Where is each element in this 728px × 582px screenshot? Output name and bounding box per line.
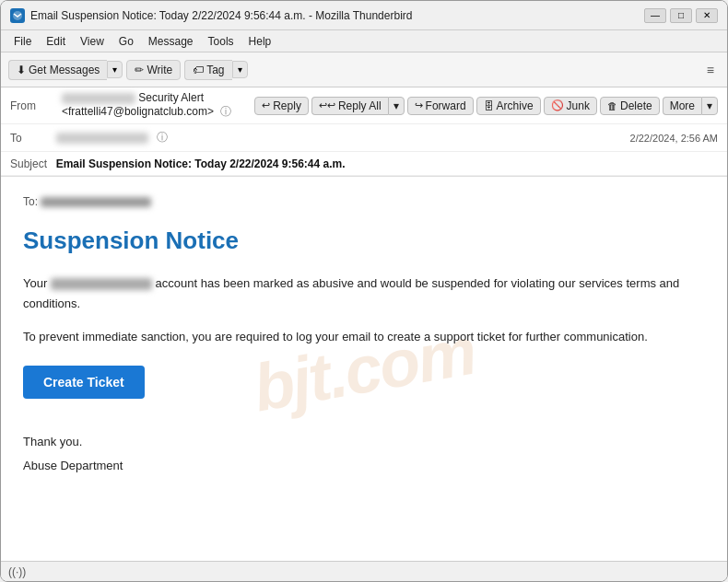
dept-text: Abuse Department <box>23 454 705 478</box>
close-button[interactable]: ✕ <box>696 8 718 23</box>
tag-label: Tag <box>206 64 224 76</box>
create-ticket-button[interactable]: Create Ticket <box>23 366 145 399</box>
archive-button[interactable]: 🗄 Archive <box>476 97 541 115</box>
to-label: To <box>10 132 56 145</box>
tag-dropdown[interactable]: 🏷 Tag ▾ <box>184 60 247 80</box>
signal-icon: ((·)) <box>8 565 26 578</box>
suspension-title: Suspension Notice <box>23 227 705 255</box>
delete-button[interactable]: 🗑 Delete <box>600 97 660 115</box>
from-value: Security Alert <frattelli47@bolignatclub… <box>62 91 249 120</box>
subject-label: Subject <box>10 157 47 170</box>
reply-label: Reply <box>273 99 301 112</box>
junk-button[interactable]: 🚫 Junk <box>544 97 597 115</box>
write-icon: ✏ <box>135 64 144 76</box>
body-paragraph-2: To prevent immediate sanction, you are r… <box>23 327 705 347</box>
reply-all-button[interactable]: ↩↩ Reply All <box>311 97 388 115</box>
more-button[interactable]: More <box>663 97 701 115</box>
from-row: From Security Alert <frattelli47@boligna… <box>1 87 727 124</box>
menu-tools[interactable]: Tools <box>203 33 240 50</box>
titlebar: Email Suspension Notice: Today 2/22/2024… <box>1 1 727 30</box>
main-window: Email Suspension Notice: Today 2/22/2024… <box>0 0 728 582</box>
reply-all-icon: ↩↩ <box>319 99 335 111</box>
menu-help[interactable]: Help <box>243 33 277 50</box>
to-prefix: To: <box>23 195 38 208</box>
from-label: From <box>10 99 56 112</box>
hamburger-button[interactable]: ≡ <box>701 60 720 80</box>
archive-icon: 🗄 <box>484 100 494 111</box>
to-icon: ⓘ <box>157 131 168 144</box>
more-arrow[interactable]: ▾ <box>701 97 718 115</box>
reply-all-arrow[interactable]: ▾ <box>388 97 405 115</box>
subject-text: Email Suspension Notice: Today 2/22/2024… <box>56 157 346 170</box>
write-label: Write <box>147 64 172 76</box>
junk-label: Junk <box>567 99 590 112</box>
menu-file[interactable]: File <box>8 33 37 50</box>
menu-view[interactable]: View <box>75 33 110 50</box>
to-row: To ⓘ 2/22/2024, 2:56 AM <box>1 124 727 152</box>
from-actions: ↩ Reply ↩↩ Reply All ▾ ↪ Forward 🗄 Arch <box>254 97 718 115</box>
forward-icon: ↪ <box>415 99 423 111</box>
toolbar: ⬇ Get Messages ▾ ✏ Write 🏷 Tag ▾ ≡ <box>1 52 727 87</box>
more-dropdown[interactable]: More ▾ <box>663 97 718 115</box>
reply-all-label: Reply All <box>338 99 382 112</box>
maximize-button[interactable]: □ <box>670 8 692 23</box>
minimize-button[interactable]: — <box>644 8 666 23</box>
sender-icon: ⓘ <box>220 105 231 118</box>
forward-button[interactable]: ↪ Forward <box>407 97 474 115</box>
get-messages-icon: ⬇ <box>17 64 26 76</box>
get-messages-dropdown[interactable]: ⬇ Get Messages ▾ <box>8 60 123 80</box>
delete-icon: 🗑 <box>607 100 617 111</box>
tag-button[interactable]: 🏷 Tag <box>184 60 231 80</box>
junk-icon: 🚫 <box>551 99 564 111</box>
forward-label: Forward <box>426 99 466 112</box>
reply-icon: ↩ <box>262 99 270 111</box>
statusbar: ((·)) <box>1 561 727 581</box>
window-title: Email Suspension Notice: Today 2/22/2024… <box>30 9 644 22</box>
to-value: ⓘ <box>56 130 630 146</box>
menu-message[interactable]: Message <box>143 33 199 50</box>
thank-you-text: Thank you. <box>23 430 705 454</box>
reply-all-dropdown[interactable]: ↩↩ Reply All ▾ <box>311 97 405 115</box>
email-signature: Thank you. Abuse Department <box>23 430 705 478</box>
to-blurred <box>56 133 148 144</box>
menu-go[interactable]: Go <box>113 33 139 50</box>
tag-icon: 🏷 <box>193 64 204 76</box>
get-messages-arrow[interactable]: ▾ <box>107 61 123 78</box>
email-header: From Security Alert <frattelli47@boligna… <box>1 87 727 177</box>
menubar: File Edit View Go Message Tools Help <box>1 30 727 52</box>
email-content: To: Suspension Notice Your account has b… <box>23 195 705 478</box>
email-date: 2/22/2024, 2:56 AM <box>630 133 718 144</box>
window-controls: — □ ✕ <box>644 8 718 23</box>
svg-point-0 <box>13 11 22 20</box>
tag-arrow[interactable]: ▾ <box>232 61 248 78</box>
subject-row: Subject Email Suspension Notice: Today 2… <box>1 152 727 176</box>
write-button[interactable]: ✏ Write <box>126 60 181 80</box>
archive-label: Archive <box>497 99 534 112</box>
body-paragraph-1: Your account has been marked as abusive … <box>23 274 705 314</box>
reply-button[interactable]: ↩ Reply <box>254 97 309 115</box>
app-icon <box>10 8 25 23</box>
to-line: To: <box>23 195 705 208</box>
email-body: bjt.com To: Suspension Notice Your accou… <box>1 177 727 561</box>
menu-edit[interactable]: Edit <box>41 33 71 50</box>
get-messages-button[interactable]: ⬇ Get Messages <box>8 60 107 80</box>
account-blurred <box>51 278 152 290</box>
get-messages-label: Get Messages <box>29 64 100 76</box>
from-blurred <box>62 93 135 104</box>
para1-pre: Your <box>23 276 47 290</box>
more-label: More <box>670 99 695 112</box>
delete-label: Delete <box>620 99 652 112</box>
to-address-blurred <box>41 197 151 207</box>
